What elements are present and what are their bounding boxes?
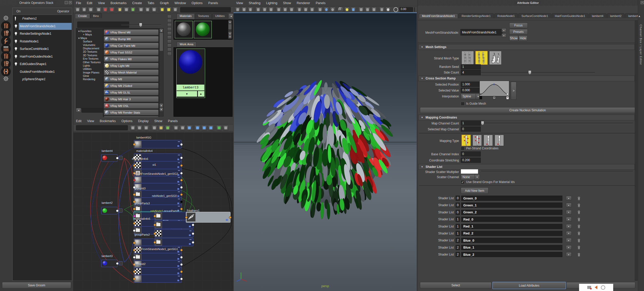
material-button[interactable]: VRay Light Mtl (104, 63, 159, 69)
material-button[interactable]: VRay Blend Mtl (104, 29, 159, 35)
strand-mesh-type-option-0[interactable] (462, 51, 474, 65)
aperture-icon[interactable] (393, 7, 398, 12)
side-count-slider-handle[interactable] (528, 70, 531, 75)
output-port[interactable] (180, 249, 183, 251)
focus-button[interactable]: Focus (509, 23, 528, 28)
shadows-icon[interactable] (351, 7, 356, 12)
operator-row[interactable]: EditGuidesShape1 (13, 60, 72, 68)
panel-restore-icon[interactable] (65, 1, 68, 4)
enable-bulb-icon[interactable] (14, 39, 18, 44)
attribute-tab-lambert4[interactable]: lambert4 (589, 13, 607, 18)
attribute-editor-titlebar[interactable]: Attribute Editor (418, 0, 638, 6)
hide-button[interactable]: Hide (518, 35, 527, 41)
material-button[interactable]: VRay Mtl 2Sided (104, 83, 159, 89)
output-port[interactable] (116, 210, 119, 212)
operator-on-toggle[interactable] (14, 70, 18, 74)
delete-item-icon[interactable] (577, 210, 581, 214)
connect-shader-icon[interactable]: ▸ (566, 203, 572, 207)
tab-bins[interactable]: Bins (90, 13, 102, 18)
connection-wire[interactable] (119, 163, 134, 262)
input-port[interactable] (133, 143, 136, 146)
shader-scatter-multiplier-field[interactable] (461, 169, 478, 174)
input-port[interactable] (133, 179, 136, 181)
operator-row[interactable]: HairFromGuidesNode1 (13, 53, 72, 60)
operator-row[interactable]: SurfaceCombNode1 (13, 45, 72, 53)
delete-shader-icon[interactable] (577, 253, 581, 257)
delete-item-icon[interactable] (577, 245, 581, 249)
material-swatch-lambert-gray[interactable] (175, 21, 193, 38)
output-port[interactable] (116, 262, 119, 265)
select-button[interactable]: Select (420, 282, 492, 288)
operator-on-toggle[interactable] (14, 62, 18, 67)
enable-bulb-icon[interactable] (14, 47, 18, 51)
ramp-widget[interactable] (479, 81, 509, 96)
input-port[interactable] (133, 229, 136, 232)
operator-on-toggle[interactable] (14, 16, 18, 21)
attribute-tab-HairFromGuidesNode1[interactable]: HairFromGuidesNode1 (552, 13, 588, 18)
remove-nodes-icon[interactable] (173, 125, 179, 131)
channel-box-dock-tab[interactable]: Channel Box / Layer Editor (639, 24, 642, 65)
connection-wire[interactable] (181, 177, 187, 216)
swatch-option-icon[interactable] (167, 48, 171, 52)
material-button[interactable]: VRay Mtl (104, 76, 159, 82)
input-port[interactable] (133, 278, 136, 280)
hypershade-menu-edit[interactable]: Edit (87, 1, 92, 5)
load-attributes-button[interactable]: Load Attributes (492, 282, 566, 289)
delete-item-icon[interactable] (577, 203, 581, 207)
delete-shader-icon[interactable] (577, 210, 581, 214)
collapse-in-icon[interactable] (160, 7, 165, 12)
viewport-menu-view[interactable]: View (236, 1, 243, 5)
printer-tray-icon[interactable] (587, 286, 591, 289)
connect-shader-icon[interactable]: ▸ (566, 224, 572, 229)
input-connections-icon[interactable] (138, 7, 144, 12)
viewport-menu-shading[interactable]: Shading (249, 1, 261, 5)
swatch-option-icon[interactable] (167, 27, 171, 31)
section-cross-section-ramp[interactable]: ▼ Cross Section Ramp (418, 76, 635, 81)
delete-shader-icon[interactable] (577, 224, 581, 228)
base-channel-index-field[interactable]: 0 (461, 151, 481, 157)
render-toggle-icon[interactable] (14, 16, 17, 21)
attribute-tab-RenderSettingsNode1[interactable]: RenderSettingsNode1 (458, 13, 494, 18)
viewport-menu-show[interactable]: Show (283, 1, 291, 5)
clear-graph-icon[interactable] (117, 7, 123, 12)
connect-shader-icon[interactable]: ▸ (566, 238, 572, 243)
select-node-icon[interactable]: ▸ (502, 28, 506, 32)
attribute-tab-lambert2[interactable]: lambert2 (607, 13, 625, 18)
shader-material-id-field[interactable]: 2 (456, 245, 460, 250)
shader-material-id-field[interactable]: 0 (456, 210, 460, 215)
interpolation-dropdown[interactable]: Spline (461, 94, 477, 99)
delete-item-icon[interactable] (577, 224, 581, 228)
material-button[interactable]: VRay Car Paint Mtl (104, 43, 159, 49)
swatch-option-icon[interactable] (167, 31, 171, 35)
side-count-field[interactable]: 4 (461, 70, 481, 75)
coordinate-stretching-field[interactable]: 0.200 (461, 158, 481, 163)
input-port[interactable] (133, 208, 136, 210)
output-port[interactable] (180, 157, 183, 159)
grease-pencil-icon[interactable] (268, 7, 274, 12)
operator-row[interactable]: pSphereShape1 (13, 76, 72, 83)
delete-shader-icon[interactable] (577, 231, 581, 235)
use-all-lights-icon[interactable] (344, 7, 350, 12)
save-groom-button[interactable]: Save Groom (2, 282, 71, 288)
output-port[interactable] (192, 224, 194, 226)
operator-on-toggle[interactable] (14, 77, 18, 82)
filter-input[interactable] (180, 7, 231, 12)
output-port[interactable] (180, 186, 183, 189)
graph-node[interactable] (154, 229, 193, 238)
connection-wire[interactable] (124, 158, 134, 213)
shader-material-id-field[interactable]: 2 (456, 238, 460, 243)
connection-wire[interactable] (181, 148, 230, 216)
tab-materials[interactable]: Materials (177, 13, 195, 19)
connect-shader-icon[interactable]: ▸ (566, 217, 572, 222)
per-strand-coordinates-checkbox[interactable] (461, 147, 465, 150)
io-connections-icon[interactable] (145, 7, 150, 12)
connection-wire[interactable] (124, 158, 134, 177)
motion-blur-icon[interactable] (365, 7, 370, 12)
mapping-type-option-0[interactable] (462, 135, 471, 146)
shader-name-field[interactable]: Red_0 (461, 217, 562, 222)
arrange-left-icon[interactable] (103, 7, 108, 12)
dock-close-icon[interactable]: × (641, 1, 644, 4)
connector-icon[interactable] (223, 125, 228, 131)
input-port[interactable] (185, 216, 188, 219)
output-connections-icon[interactable] (151, 7, 157, 12)
